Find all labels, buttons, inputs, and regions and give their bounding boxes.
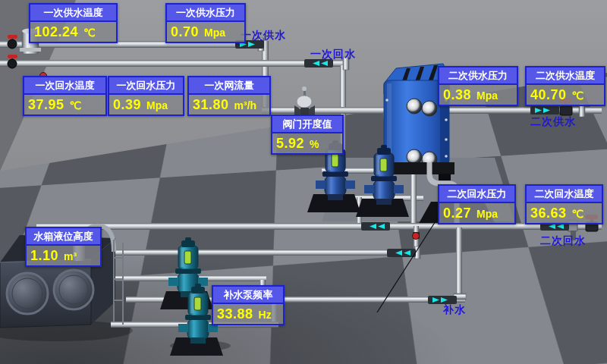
pipe-makeup-riser (456, 228, 462, 297)
gauge-primary-supply-pressure: 一次供水压力 0.70Mpa (165, 3, 246, 43)
control-valve (294, 86, 315, 118)
gauge-secondary-return-pressure: 二次回水压力 0.27Mpa (438, 184, 516, 224)
gauge-label: 二次回水压力 (439, 186, 514, 203)
flow-arrow-tank-line (387, 249, 416, 257)
pipe-label-secondary-return: 二次回水 (540, 234, 586, 248)
pump-indicator-window (184, 251, 191, 264)
gauge-makeup-pump-frequency: 补水泵频率 33.88Hz (212, 285, 285, 325)
gauge-value-number: 31.80 (193, 97, 229, 112)
gauge-value-unit: % (310, 138, 319, 150)
gauge-value-number: 0.27 (443, 206, 471, 221)
hx-port (407, 99, 422, 114)
gauge-value-unit: Mpa (476, 89, 498, 102)
gauge-value: 37.95℃ (24, 95, 105, 115)
gauge-valve-opening: 阀门开度值 5.92% (271, 115, 344, 155)
gauge-label: 二次回水温度 (527, 186, 602, 203)
gauge-value-number: 0.38 (443, 87, 471, 102)
pipe-label-secondary-supply: 二次供水 (530, 115, 576, 129)
gauge-label: 一次回水压力 (109, 77, 183, 95)
pipe-label-primary-supply: 一次供水 (241, 29, 286, 42)
gauge-value-unit: ℃ (572, 208, 584, 220)
gauge-label: 水箱液位高度 (27, 228, 100, 246)
gauge-label: 一次供水压力 (167, 5, 244, 22)
gauge-value-unit: Mpa (476, 208, 498, 220)
gauge-secondary-supply-temp: 二次供水温度 40.70℃ (525, 66, 605, 106)
gauge-value: 31.80m³/h (189, 95, 269, 115)
gauge-value-number: 36.63 (530, 206, 567, 221)
gauge-label: 一次回水温度 (24, 77, 105, 95)
scene-equipment-layer (0, 0, 607, 364)
hx-port (422, 101, 437, 116)
pipe-label-makeup-water: 补水 (443, 303, 466, 317)
gauge-value-number: 40.70 (530, 87, 567, 102)
gauge-value: 36.63℃ (527, 203, 602, 223)
gauge-value-unit: m³/h (234, 99, 257, 111)
gauge-value: 0.38Mpa (439, 85, 517, 105)
gauge-primary-return-temp: 一次回水温度 37.95℃ (23, 76, 107, 116)
pipe-secondary-return (36, 223, 602, 230)
pump-indicator-window (380, 158, 387, 171)
branch-valve-knob (413, 232, 420, 240)
gauge-value: 0.70Mpa (167, 22, 244, 42)
gauge-value: 40.70℃ (527, 85, 604, 105)
gauge-value-number: 0.39 (113, 97, 141, 112)
gauge-primary-flow: 一次网流量 31.80m³/h (187, 76, 271, 116)
gauge-value-unit: ℃ (83, 27, 96, 39)
pump-indicator-window (332, 154, 338, 167)
wall-valve-2 (8, 55, 17, 68)
gauge-value-number: 1.10 (30, 248, 58, 263)
gauge-value: 33.88Hz (213, 304, 283, 324)
pipe-label-primary-return: 一次回水 (310, 48, 356, 61)
flow-arrow-pump-suction (361, 222, 390, 231)
gauge-label: 一次网流量 (189, 77, 269, 95)
gauge-value-number: 5.92 (276, 136, 304, 151)
gauge-value-unit: Mpa (204, 27, 225, 39)
gauge-label: 二次供水压力 (439, 67, 517, 85)
gauge-value-unit: m³ (64, 250, 77, 262)
gauge-value: 102.24℃ (30, 22, 116, 42)
pipe-tank-line (105, 249, 420, 256)
gauge-value-unit: Mpa (146, 99, 168, 111)
tank-manhole (54, 270, 93, 309)
gauge-value-number: 102.24 (34, 24, 78, 39)
gauge-value-number: 33.88 (217, 306, 253, 322)
gauge-primary-supply-temp: 一次供水温度 102.24℃ (29, 3, 118, 43)
gauge-value: 0.39Mpa (109, 95, 183, 115)
gauge-value: 0.27Mpa (439, 203, 514, 223)
pump-indicator-window (194, 297, 201, 310)
gauge-value-unit: ℃ (572, 89, 584, 102)
gauge-value-number: 0.70 (171, 24, 199, 39)
gauge-label: 一次供水温度 (30, 5, 116, 22)
gauge-secondary-supply-pressure: 二次供水压力 0.38Mpa (438, 66, 518, 106)
pipe-pump-riser (410, 169, 417, 227)
gauge-label: 阀门开度值 (272, 116, 342, 133)
pipe-primary-return (0, 60, 348, 67)
gauge-value: 1.10m³ (27, 246, 100, 265)
gauge-label: 补水泵频率 (213, 287, 283, 304)
gauge-secondary-return-temp: 二次回水温度 36.63℃ (525, 184, 603, 224)
gauge-tank-level: 水箱液位高度 1.10m³ (25, 227, 102, 267)
wall-valve-1 (8, 35, 17, 49)
gauge-value-number: 37.95 (28, 97, 64, 112)
gauge-value-unit: Hz (259, 309, 272, 321)
tank-manhole (7, 273, 48, 314)
flow-arrow-secondary-supply (530, 106, 559, 115)
hmi-screen: 一次供水 一次回水 二次供水 二次回水 补水 一次供水温度 102.24℃ 一次… (0, 0, 607, 364)
gauge-value: 5.92% (272, 133, 342, 153)
gauge-value-unit: ℃ (70, 99, 82, 111)
gauge-label: 二次供水温度 (527, 67, 604, 85)
gauge-primary-return-pressure: 一次回水压力 0.39Mpa (108, 76, 184, 116)
